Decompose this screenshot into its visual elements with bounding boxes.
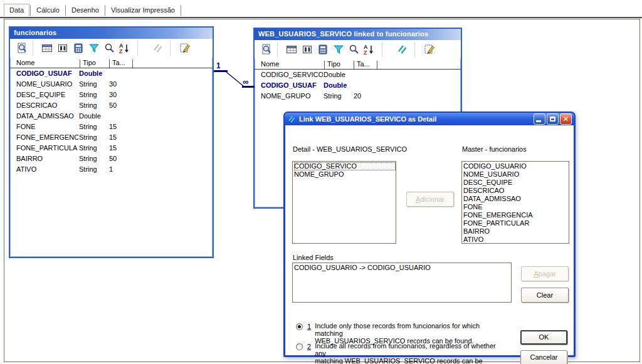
master-field-item[interactable]: FONE_PARTICULAR bbox=[463, 219, 569, 227]
tab-separator bbox=[181, 5, 181, 16]
column-header-ta[interactable]: Ta... bbox=[357, 60, 370, 68]
cardinality-many-label: ∞ bbox=[243, 77, 248, 86]
web-window-title-bar[interactable]: WEB_USUARIOS_SERVICO linked to funcionar… bbox=[255, 29, 461, 40]
radio-button[interactable] bbox=[296, 323, 303, 330]
field-row[interactable]: BAIRRO String 50 bbox=[10, 153, 213, 164]
field-type: String bbox=[324, 92, 352, 100]
sort-az-icon[interactable]: AZ bbox=[362, 43, 376, 56]
join-option-row: 2Include all records from funcionarios, … bbox=[296, 342, 515, 364]
master-field-item[interactable]: FONE bbox=[463, 203, 569, 211]
field-name: BAIRRO bbox=[16, 155, 78, 162]
column-resize-handle[interactable] bbox=[80, 60, 80, 68]
field-row[interactable]: CODIGO_USUAF Double bbox=[10, 68, 213, 79]
field-row[interactable]: FONE_EMERGENC String 15 bbox=[10, 132, 213, 143]
calculator-icon[interactable] bbox=[71, 41, 85, 55]
preview-icon[interactable] bbox=[15, 41, 29, 55]
clear-button[interactable]: Clear bbox=[521, 288, 569, 303]
column-header-tipo[interactable]: Tipo bbox=[83, 59, 96, 66]
dialog-title-bar[interactable]: Link WEB_USUARIOS_SERVICO as Detail ✕ bbox=[285, 113, 574, 125]
calculator-icon[interactable] bbox=[316, 43, 330, 56]
field-type: String bbox=[79, 123, 108, 130]
maximize-button[interactable] bbox=[547, 113, 559, 125]
linked-fields-listbox[interactable]: CODIGO_USUARIO -> CODIGO_USUARIO bbox=[292, 263, 512, 303]
columns-icon[interactable] bbox=[56, 41, 70, 55]
dialog-body: Detail - WEB_USUARIOS_SERVICO CODIGO_SER… bbox=[285, 125, 574, 355]
column-resize-handle[interactable] bbox=[354, 61, 354, 69]
field-row[interactable]: NOME_USUARIO String 30 bbox=[10, 79, 213, 90]
svg-text:Z: Z bbox=[119, 48, 123, 55]
field-row[interactable]: DATA_ADMISSAO Double bbox=[10, 111, 213, 122]
field-type: String bbox=[79, 80, 108, 88]
tab-separator bbox=[105, 5, 105, 16]
field-type: String bbox=[79, 133, 108, 141]
link-icon[interactable] bbox=[151, 41, 165, 55]
detail-field-item[interactable]: CODIGO_SERVICO bbox=[294, 162, 396, 170]
maximize-icon bbox=[550, 117, 555, 122]
search-icon[interactable] bbox=[347, 43, 361, 56]
filter-icon[interactable] bbox=[332, 43, 345, 56]
master-field-item[interactable]: FONE_EMERGENCIA bbox=[463, 211, 569, 219]
field-row[interactable]: DESCRICAO String 50 bbox=[10, 100, 213, 111]
column-resize-handle[interactable] bbox=[377, 61, 377, 69]
field-name: ATIVO bbox=[16, 165, 78, 173]
tab[interactable]: Cálculo bbox=[31, 4, 65, 16]
preview-icon[interactable] bbox=[260, 43, 273, 56]
toolbar-separator bbox=[170, 41, 171, 56]
field-name: CODIGO_SERVICO bbox=[261, 71, 323, 78]
field-row[interactable]: NOME_GRUPO String 20 bbox=[255, 91, 461, 101]
option-number: 2 bbox=[307, 343, 311, 350]
detail-field-item[interactable]: NOME_GRUPO bbox=[294, 170, 396, 179]
master-field-item[interactable]: DATA_ADMISSAO bbox=[463, 195, 569, 203]
master-fields-listbox[interactable]: CODIGO_USUARIO NOME_USUARIO DESC_EQUIPE … bbox=[461, 161, 569, 244]
field-row[interactable]: CODIGO_USUAF Double bbox=[255, 80, 461, 91]
field-type: String bbox=[79, 155, 108, 162]
column-resize-handle[interactable] bbox=[109, 60, 110, 68]
column-resize-handle[interactable] bbox=[324, 61, 325, 69]
cancel-button[interactable]: Cancelar bbox=[520, 350, 567, 364]
field-row[interactable]: FONE_PARTICULA String 15 bbox=[10, 143, 213, 153]
column-resize-handle[interactable] bbox=[132, 60, 133, 68]
edit-icon[interactable] bbox=[178, 41, 192, 55]
field-row[interactable]: DESC_EQUIPE String 30 bbox=[10, 90, 213, 100]
field-row[interactable]: ATIVO String 1 bbox=[10, 164, 213, 175]
toolbar-separator bbox=[137, 41, 138, 56]
minimize-button[interactable] bbox=[534, 113, 545, 125]
grid-icon[interactable] bbox=[285, 43, 298, 56]
linked-field-item[interactable]: CODIGO_USUARIO -> CODIGO_USUARIO bbox=[294, 264, 511, 272]
master-field-item[interactable]: NOME_USUARIO bbox=[463, 170, 569, 179]
master-field-item[interactable]: BAIRRO bbox=[463, 227, 569, 236]
adicionar-button[interactable]: Adicionar bbox=[406, 192, 454, 207]
grid-icon[interactable] bbox=[40, 41, 54, 55]
option-text[interactable]: Include only those records from funciona… bbox=[315, 322, 503, 345]
link-icon[interactable] bbox=[396, 43, 409, 56]
columns-icon[interactable] bbox=[300, 43, 314, 56]
field-row[interactable]: CODIGO_SERVICO Double bbox=[255, 70, 461, 80]
tab[interactable]: Desenho bbox=[66, 4, 104, 16]
tab[interactable]: Visualizar Impressão bbox=[106, 4, 180, 16]
link-detail-dialog: Link WEB_USUARIOS_SERVICO as Detail ✕ De… bbox=[283, 112, 576, 357]
tab[interactable]: Data bbox=[4, 4, 29, 16]
field-row[interactable]: FONE String 15 bbox=[10, 122, 213, 132]
master-field-item[interactable]: CODIGO_USUARIO bbox=[463, 162, 569, 170]
edit-icon[interactable] bbox=[423, 43, 436, 56]
master-list-label: Master - funcionarios bbox=[462, 145, 527, 153]
option-text[interactable]: Include all records from funcionarios, r… bbox=[315, 342, 503, 364]
field-name: CODIGO_USUAF bbox=[261, 81, 323, 89]
detail-fields-listbox[interactable]: CODIGO_SERVICO NOME_GRUPO bbox=[292, 161, 396, 244]
filter-icon[interactable] bbox=[87, 41, 101, 55]
close-button[interactable]: ✕ bbox=[560, 113, 572, 125]
column-header-tipo[interactable]: Tipo bbox=[327, 60, 340, 68]
apagar-button[interactable]: Apagar bbox=[521, 266, 569, 281]
sort-az-icon[interactable]: AZ bbox=[117, 41, 131, 55]
column-header-nome[interactable]: Nome bbox=[16, 59, 34, 66]
column-header-ta[interactable]: Ta... bbox=[112, 59, 125, 66]
master-field-item[interactable]: DESC_EQUIPE bbox=[463, 179, 569, 187]
search-icon[interactable] bbox=[103, 41, 117, 55]
master-field-item[interactable]: ATIVO bbox=[463, 236, 569, 244]
funcionarios-title-bar[interactable]: funcionarios bbox=[10, 28, 213, 39]
ok-button[interactable]: OK bbox=[520, 330, 567, 345]
field-type: Double bbox=[79, 70, 108, 77]
radio-button[interactable] bbox=[296, 343, 303, 350]
column-header-nome[interactable]: Nome bbox=[261, 60, 279, 68]
master-field-item[interactable]: DESCRICAO bbox=[463, 187, 569, 195]
